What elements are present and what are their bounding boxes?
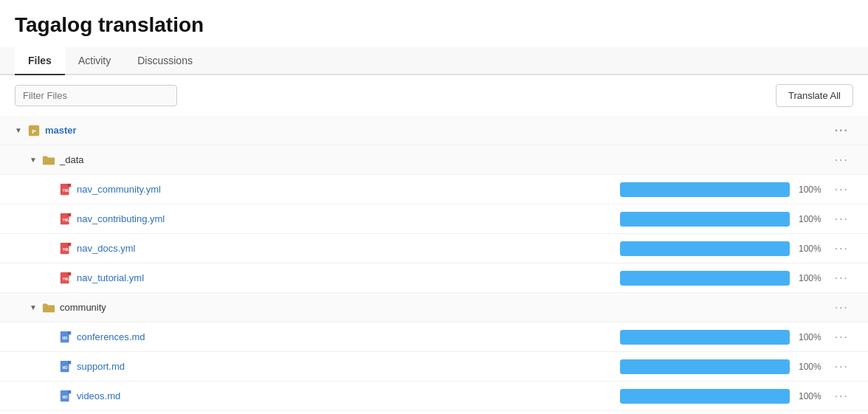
toolbar: Translate All <box>0 75 868 116</box>
nav-community-more-button[interactable]: ··· <box>830 182 853 198</box>
progress-bar-fill-tutorial <box>620 271 790 286</box>
progress-videos: 100% <box>620 389 822 404</box>
file-tree: ▼ P master ··· ▼ _data ··· YML <box>0 116 868 414</box>
progress-bar-fill-community <box>620 182 790 197</box>
progress-support: 100% <box>620 359 822 374</box>
tree-row-master: ▼ P master ··· <box>0 116 868 145</box>
md-file-icon-support: MD <box>59 360 72 373</box>
svg-text:MD: MD <box>63 395 69 399</box>
tabs-bar: Files Activity Discussions <box>0 47 868 75</box>
folder-icon-data <box>42 153 55 167</box>
progress-bar-fill-conferences <box>620 330 790 345</box>
conferences-md-name[interactable]: conferences.md <box>77 331 620 342</box>
nav-contributing-more-button[interactable]: ··· <box>830 211 853 227</box>
support-more-button[interactable]: ··· <box>830 359 853 375</box>
tree-row-support: MD support.md 100% ··· <box>0 352 868 382</box>
progress-bar-bg-contributing <box>620 212 790 227</box>
videos-more-button[interactable]: ··· <box>830 388 853 404</box>
svg-text:P: P <box>32 128 36 134</box>
tab-files[interactable]: Files <box>15 47 65 75</box>
tab-discussions[interactable]: Discussions <box>124 47 206 75</box>
tree-row-community-folder: ▼ community ··· <box>0 293 868 322</box>
progress-bar-bg-support <box>620 359 790 374</box>
chevron-down-icon: ▼ <box>15 126 24 135</box>
community-folder-more-button[interactable]: ··· <box>830 300 853 316</box>
nav-docs-more-button[interactable]: ··· <box>830 241 853 257</box>
progress-pct-contributing: 100% <box>796 214 822 224</box>
nav-contributing-yml-name[interactable]: nav_contributing.yml <box>77 213 620 224</box>
progress-pct-tutorial: 100% <box>796 273 822 283</box>
tree-row-videos: MD videos.md 100% ··· <box>0 382 868 411</box>
svg-text:YML: YML <box>63 247 70 251</box>
tree-row-nav-community: YML nav_community.yml 100% ··· <box>0 175 868 204</box>
progress-pct-community: 100% <box>796 184 822 195</box>
svg-rect-3 <box>68 183 72 187</box>
data-folder-name[interactable]: _data <box>60 154 830 165</box>
master-branch-name[interactable]: master <box>45 125 830 136</box>
tree-row-nav-contributing: YML nav_contributing.yml 100% ··· <box>0 204 868 234</box>
nav-tutorial-more-button[interactable]: ··· <box>830 270 853 286</box>
yml-file-icon-docs: YML <box>59 242 72 255</box>
md-file-icon-videos: MD <box>59 390 72 403</box>
svg-text:YML: YML <box>63 218 70 221</box>
progress-bar-bg-community <box>620 182 790 197</box>
progress-pct-support: 100% <box>796 362 822 372</box>
branch-icon: P <box>27 124 41 137</box>
community-folder-name[interactable]: community <box>60 302 830 313</box>
yml-file-icon-community: YML <box>59 183 72 196</box>
progress-community: 100% <box>620 182 822 197</box>
svg-rect-15 <box>68 331 72 334</box>
chevron-down-icon-community: ▼ <box>30 303 38 312</box>
svg-rect-6 <box>68 213 72 216</box>
progress-bar-fill-support <box>620 359 790 374</box>
progress-docs: 100% <box>620 241 822 256</box>
yml-file-icon-tutorial: YML <box>59 272 72 285</box>
tree-row-data-folder: ▼ _data ··· <box>0 145 868 175</box>
page-wrapper: Tagalog translation Files Activity Discu… <box>0 0 868 414</box>
data-folder-more-button[interactable]: ··· <box>830 152 853 168</box>
svg-text:MD: MD <box>63 336 69 339</box>
chevron-down-icon-data: ▼ <box>30 156 38 165</box>
progress-pct-conferences: 100% <box>796 332 822 342</box>
progress-pct-videos: 100% <box>796 391 822 401</box>
progress-pct-docs: 100% <box>796 244 822 254</box>
svg-rect-18 <box>68 360 72 364</box>
progress-bar-fill-contributing <box>620 212 790 227</box>
folder-icon-community <box>42 301 55 314</box>
progress-bar-bg-videos <box>620 389 790 404</box>
svg-text:YML: YML <box>63 277 70 280</box>
conferences-more-button[interactable]: ··· <box>830 329 853 345</box>
svg-rect-12 <box>68 272 72 275</box>
progress-tutorial: 100% <box>620 271 822 286</box>
svg-text:MD: MD <box>63 365 69 369</box>
page-title: Tagalog translation <box>0 0 868 47</box>
progress-conferences: 100% <box>620 330 822 345</box>
tree-row-nav-tutorial: YML nav_tutorial.yml 100% ··· <box>0 263 868 293</box>
filter-files-input[interactable] <box>15 85 177 106</box>
svg-text:YML: YML <box>63 188 70 192</box>
tree-row-nav-docs: YML nav_docs.yml 100% ··· <box>0 234 868 263</box>
tab-activity[interactable]: Activity <box>65 47 124 75</box>
progress-contributing: 100% <box>620 212 822 227</box>
svg-rect-21 <box>68 390 72 393</box>
progress-bar-bg-conferences <box>620 330 790 345</box>
progress-bar-bg-tutorial <box>620 271 790 286</box>
master-more-button[interactable]: ··· <box>830 123 853 139</box>
tree-row-conferences: MD conferences.md 100% ··· <box>0 322 868 352</box>
videos-md-name[interactable]: videos.md <box>77 390 620 401</box>
nav-tutorial-yml-name[interactable]: nav_tutorial.yml <box>77 272 620 283</box>
nav-community-yml-name[interactable]: nav_community.yml <box>77 184 620 195</box>
md-file-icon-conferences: MD <box>59 331 72 344</box>
progress-bar-fill-videos <box>620 389 790 404</box>
svg-rect-9 <box>68 242 72 246</box>
progress-bar-bg-docs <box>620 241 790 256</box>
support-md-name[interactable]: support.md <box>77 361 620 372</box>
yml-file-icon-contributing: YML <box>59 213 72 226</box>
nav-docs-yml-name[interactable]: nav_docs.yml <box>77 243 620 254</box>
translate-all-button[interactable]: Translate All <box>776 84 853 107</box>
progress-bar-fill-docs <box>620 241 790 256</box>
